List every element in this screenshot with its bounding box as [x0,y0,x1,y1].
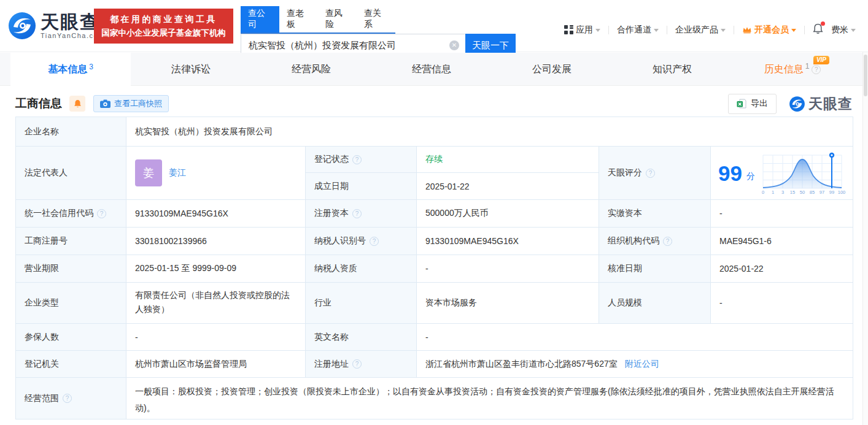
help-icon[interactable]: ? [370,237,379,246]
menu-vip[interactable]: 开通会员 [742,25,796,36]
scrollbar-thumb[interactable] [864,55,867,96]
legal-rep-link[interactable]: 姜江 [169,167,186,178]
status-date-subgrid: 登记状态 ? 存续 成立日期 2025-01-22 [306,147,599,200]
chevron-down-icon [721,29,726,32]
status-badge: 存续 [425,154,443,165]
tab-operation-risk[interactable]: 经营风险 [251,53,371,86]
divider [608,26,609,34]
tab-history-info[interactable]: VIP 历史信息 1 ? [732,53,853,86]
nearby-companies-link[interactable]: 附近公司 [625,359,659,370]
taxpayer-id-value: 91330109MAE945G16X [417,228,599,255]
tab-basic-info-label: 基本信息 [48,63,87,76]
help-icon[interactable]: ? [646,169,655,178]
tab-company-development-label: 公司发展 [532,63,572,76]
vip-badge: VIP [813,56,829,64]
watermark-logo[interactable]: 天眼查 [789,94,853,113]
company-name-value: 杭实智投（杭州）投资发展有限公司 [126,117,853,147]
svg-text:1: 1 [772,190,774,195]
field-label: 企业名称 [16,117,126,147]
tab-company-development[interactable]: 公司发展 [492,53,612,86]
watermark-text: 天眼查 [808,94,853,113]
top-menu: 应用 合作通道 企业级产品 开通会员 [564,23,856,36]
monitor-bell-button[interactable] [69,96,85,112]
tab-basic-info[interactable]: 基本信息 3 [10,53,131,86]
search-tab-company[interactable]: 查公司 [241,6,279,33]
tab-intellectual-property[interactable]: 知识产权 [612,53,732,86]
score-value: 99 [718,163,742,184]
menu-user[interactable]: 费米 [831,25,856,36]
tab-legal-litigation-label: 法律诉讼 [171,63,211,76]
staff-size-value: - [711,283,853,324]
score-distribution-chart: 0 1 3 15 50 85 97 99 100 [759,150,847,196]
field-label: 经营范围? [16,378,126,419]
menu-enterprise[interactable]: 企业级产品 [675,25,726,36]
reg-address-cell: 浙江省杭州市萧山区盈丰街道市心北路857号627室 附近公司 [417,351,853,378]
notification-dot [821,21,825,26]
score-cell[interactable]: 99 分 [711,147,853,200]
clear-icon[interactable]: ✕ [449,40,459,50]
menu-cooperation[interactable]: 合作通道 [617,25,659,36]
credit-code-value: 91330109MAE945G16X [126,200,306,228]
menu-apps[interactable]: 应用 [564,25,600,36]
svg-text:50: 50 [800,190,805,195]
field-label: 登记机关 [16,351,126,378]
scrollbar-track[interactable] [862,52,868,425]
help-icon[interactable]: ? [352,209,362,218]
search-tabs: 查公司 查老板 查风险 查关系 [241,6,395,34]
company-type-value: 有限责任公司（非自然人投资或控股的法人独资） [126,283,306,324]
search-tab-risk[interactable]: 查风险 [318,6,357,33]
field-label: 天眼评分 ? [599,147,711,200]
business-term-value: 2025-01-15 至 9999-09-09 [126,255,306,283]
help-icon[interactable]: ? [352,155,362,164]
reg-authority-value: 杭州市萧山区市场监督管理局 [126,351,306,378]
field-label: 纳税人资质 [306,255,417,283]
menu-user-label: 费米 [831,25,848,36]
taxpayer-quality-value: - [417,255,599,283]
excel-icon [737,99,746,109]
search-tab-relation[interactable]: 查关系 [357,6,395,33]
svg-text:85: 85 [810,190,815,195]
help-icon[interactable]: ? [97,209,106,218]
help-icon[interactable]: ? [63,394,72,403]
menu-vip-label: 开通会员 [754,25,789,36]
tab-business-info[interactable]: 经营信息 [371,53,492,86]
export-button[interactable]: 导出 [728,94,777,114]
avatar[interactable]: 姜 [135,159,162,186]
svg-text:99: 99 [829,190,834,195]
view-snapshot-button[interactable]: 查看工商快照 [93,95,169,112]
insured-count-value: - [126,324,306,351]
field-label: 组织机构代码? [599,228,711,255]
svg-text:15: 15 [790,190,795,195]
tab-legal-litigation[interactable]: 法律诉讼 [131,53,251,86]
tianyancha-logo[interactable]: 天眼查 TianYanCha.com [7,11,105,40]
notification-bell[interactable] [813,23,823,36]
score-marker-pin [829,153,834,188]
view-snapshot-label: 查看工商快照 [114,98,162,109]
detail-nav-tabs: 基本信息 3 法律诉讼 经营风险 经营信息 公司发展 知识产权 VIP 历史信息… [0,53,868,86]
tab-history-info-count: 1 [805,62,810,71]
field-label: 英文名称 [306,324,417,351]
tab-business-info-label: 经营信息 [412,63,451,76]
chevron-down-icon [595,29,600,32]
crown-icon [742,26,752,34]
menu-cooperation-label: 合作通道 [617,25,651,36]
reg-address-value: 浙江省杭州市萧山区盈丰街道市心北路857号627室 [425,359,618,370]
field-label: 参保人数 [16,324,126,351]
business-info-table: 企业名称 杭实智投（杭州）投资发展有限公司 法定代表人 姜 姜江 登记状态 ? … [15,117,853,419]
help-icon[interactable]: ? [663,237,672,246]
search-area: 查公司 查老板 查风险 查关系 ✕ 天眼一下 [241,6,516,57]
field-label: 工商注册号 [16,228,126,255]
reg-capital-value: 500000万人民币 [417,200,599,228]
field-label: 注册资本? [306,200,417,228]
help-icon[interactable]: ? [352,359,362,369]
score-unit: 分 [746,171,755,182]
help-icon[interactable]: ? [812,65,821,74]
legal-rep-cell: 姜 姜江 [126,147,306,200]
tab-operation-risk-label: 经营风险 [292,63,331,76]
promo-banner: 都在用的商业查询工具 国家中小企业发展子基金旗下机构 [94,9,233,44]
search-tab-boss[interactable]: 查老板 [279,6,318,33]
english-name-value: - [417,324,853,351]
svg-text:97: 97 [820,190,824,195]
industry-value: 资本市场服务 [417,283,599,324]
paid-capital-value: - [711,200,853,228]
